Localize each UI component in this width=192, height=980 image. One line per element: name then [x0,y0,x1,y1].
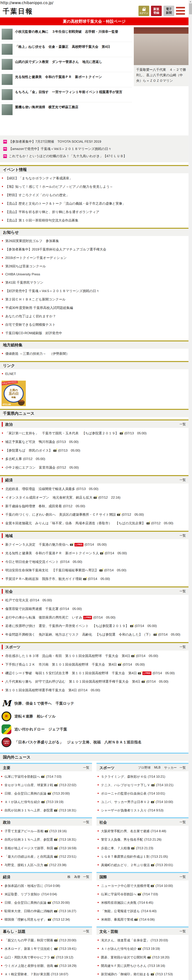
news-item[interactable]: ＡＩが詠んだ俳句を紹介(7/13 19:19) [96,945,189,953]
news-item[interactable]: 水木ロード、新装１年で活況続く(7/13 19:41) [0,945,92,953]
list-item[interactable]: 第41回 千葉県民マラソン [0,278,189,287]
top-news-item[interactable]: 「格上」ねじ伏せる 佐倉・斎藤正 高校野球千葉大会 第4日 [0,42,132,57]
more-link[interactable]: 一覧 [179,478,186,482]
news-item[interactable]: 首相が地上イージスで謝罪、秋田(7/13 16:59) [0,844,92,853]
top-news-item[interactable]: 山武の浜でダンス教室 ダンサー菅原さん 地元に恩返し [0,57,132,72]
news-item[interactable]: ＬＧＢＴ暴露禁止指針作成は１割(7/13 21:05) [96,853,189,861]
scrollbar[interactable] [189,0,192,980]
top-news-item[interactable]: もちろん「金」目指す 一宮サーフィン１年前イベント稲葉選手が宣言 [0,87,132,102]
top-news-item[interactable]: 小枝元監督の教え胸に ３年生信じ初戦突破 志学館・川俣幸一監督 [0,27,132,42]
news-item[interactable]: 日韓、会合翌日に異例の反論(7/13 20:00) [0,899,92,907]
news-item[interactable]: 存在感示した１８３球 流山南・有田 第１０１回全国高校野球 千葉大会 第4日(0… [0,652,189,660]
news-item[interactable]: テニス、ハレプがセリーナ下しＶ(7/14 10:21) [96,781,189,789]
more-link[interactable]: 一覧 [83,875,89,879]
news-item[interactable]: Ｓクライミング、森秋彩が４位(7/14 10:21) [96,772,189,781]
list-item[interactable]: 第26回実業団対抗ゴルフ 参加募集 [0,237,189,245]
list-item[interactable]: 【好評発売中】千葉魂＜Vol.5＞２０１８マリーンズ挑戦の日々 [0,287,189,295]
sports-link-mlb[interactable]: MLB [154,766,161,770]
news-item[interactable]: 「最大の功績は出産」と自民議員(7/12 23:51) [0,853,92,861]
site-logo[interactable]: 千葉日報 [3,7,33,16]
team-news-item[interactable]: M 快勝、借金１で後半へ 千葉ロッテ [0,697,189,710]
sports-link-npb[interactable]: プロ野球 [138,766,151,770]
more-link[interactable]: 一覧 [179,589,186,593]
econ-link-forex[interactable]: 為替 [74,875,80,879]
news-item[interactable]: 囲碁、菫初段が金沢で公開対局(7/13 18:20) [96,953,189,962]
news-item[interactable]: 新クイーン５人決定 千葉港の魅力発信へFREE(07/14 05:00) [0,540,189,549]
news-item[interactable]: 【参院選ちば 県民のボイス】(07/13 05:00) [0,446,189,455]
signup-button[interactable]: 新規 登録 [151,6,162,16]
news-item[interactable]: ＡＩが詠んだ俳句を紹介(7/13 19:19) [0,798,92,806]
list-item[interactable]: 【流山】平和を祈る折り鶴と、折り鶴に糸を通すボランティア [0,208,189,216]
list-item[interactable]: 平成30年度受験用 千葉県高校入試問題総集編 [0,304,189,312]
more-link[interactable]: 一覧 [179,766,186,770]
list-item[interactable]: 価値創造 ～三重の技術力～ （伊勢新聞） [0,350,189,358]
list-item[interactable]: CHIBA University Press [0,270,189,278]
news-item[interactable]: 開高健ＮＦ賞に浜野ちひろさん(7/13 18:16) [96,962,189,970]
news-item[interactable]: 参加承認の国・地域が百に(7/14 0:08) [0,881,92,890]
more-link[interactable]: 一覧 [179,422,186,426]
news-item[interactable]: 磯辺Ｃシード撃破 毎回１５安打試合主導 第１０１回全国高校野球 千葉大会 第4日… [0,669,189,678]
news-item[interactable]: 下手投げ長山１２Ｋ 市川南 第１０１回全国高校野球 千葉大会 第4日(07/14… [0,660,189,669]
ad-47club-banner[interactable]: 土用の 丑の日 特集 今年は7月27日(土) 47CLUB [2,381,26,406]
news-item[interactable]: ＡＩ検定受験者、７割が東京圏(7/13 18:07) [0,970,92,978]
news-item[interactable]: 大阪府警手配の男、名古屋で逮捕(7/14 8:48) [96,827,189,835]
top-news-item[interactable]: 重機も使い海岸清掃 横芝光で畔蒜工務店 [0,102,132,117]
more-link[interactable]: 一覧 [83,766,89,770]
list-item[interactable]: 2019ポートクイーン千葉オーディション [0,254,189,262]
news-item[interactable]: 山口・周防大島で華やかにフラ(7/13 19:12) [0,953,92,962]
news-item[interactable]: 千葉の街づくり、にぎわい創出へ 美浜区の建築事務所・ＣＦサイト開設(07/12 … [0,511,189,519]
news-item[interactable]: 八千代東粘り勝ち 好守で流れ呼び込む 第１０１回全国高校野球選手権千葉大会 第4… [0,678,189,686]
team-news-item[interactable]: CHIBA JETS 「日本バスケ界盛り上がる」 ジェッツ主将、祝福 八村ＮＢＡ… [0,736,189,749]
news-item[interactable]: 歩道に車、７人軽傷(7/13 21:23) [96,844,189,853]
list-item[interactable]: ELNET [0,370,189,378]
news-item[interactable]: 明治安田生命保険千葉南支社 【千葉日報福祉事業団へ寄託】(07/14 05:00… [0,566,189,575]
news-item[interactable]: 「家計第一に支持を」 千葉市で国民・玉木代表 【ちば参院選２０１９】(07/13… [0,429,189,438]
list-item[interactable]: 【参加者募集中】2019千葉県杯社会人アマチュアゴルフ選手権大会 [0,245,189,254]
news-item[interactable]: 全セが３年ぶり白星、球宴第２戦(7/13 22:02) [0,781,92,789]
news-item[interactable]: 駐韓米大使、日韓の仲裁に消極的(7/13 16:27) [0,907,92,915]
news-item[interactable]: 若者に投票呼び掛け 選管、千葉県内一斉啓発イベント 【ちば参院選２０１９】(07… [0,622,189,630]
news-item[interactable]: 自民が比例３１％へ上昇、参院選(7/13 18:31) [0,806,92,815]
news-item[interactable]: 北総鉄道、増収増益 沿線開発で輸送人員最多(07/13 05:00) [0,485,189,493]
epaper-button[interactable]: 電子 新聞 [164,6,174,16]
news-item[interactable]: 「親父たちの甲子園」秋田で開幕(7/13 20:00) [0,936,92,945]
more-link[interactable]: 一覧 [83,820,89,824]
news-item[interactable]: ニューヨーク中心部で大規模停電(7/14 10:00) [96,881,189,890]
news-item[interactable]: 傷害容疑で比国籍男逮捕 千葉北署(07/14 05:00) [0,605,189,613]
news-item[interactable]: ウミガメ上陸と産卵を祈願、徳島(7/13 18:29) [0,962,92,970]
more-link[interactable]: 一覧 [83,929,89,934]
news-item[interactable]: 小中２校にエアコン 富里市議会(07/12 05:00) [0,463,189,472]
news-item[interactable]: 子育て支援アピール―首相(7/13 19:16) [0,827,92,835]
news-item[interactable]: 新宮城跡の「御城印」発行始まる(7/13 17:53) [96,970,189,978]
news-item[interactable]: イオンスタイル成田オープン 地元食材充実、銘店も拡大(07/12 22:16) [0,493,189,502]
news-item[interactable]: 韓国側「理解も同意もせず」(7/13 12:34) [0,915,92,924]
news-item[interactable]: 第１０１回全国高校野球選手権千葉大会 第4日(07/14 05:00) [0,686,189,695]
more-link[interactable]: 一覧 [179,534,186,538]
news-item[interactable]: 多古町人事(07/12 05:00) [0,455,189,463]
top-news-item[interactable]: 光る知性と健康美 令和の千葉港ＰＲ 新ポートクイーン [0,72,132,87]
list-item[interactable]: 自宅で受験できる公開模擬テスト [0,320,189,329]
hamburger-menu-icon[interactable] [176,7,185,15]
news-item[interactable]: 松戸で住宅火災(07/14 05:00) [0,596,189,605]
list-item[interactable]: 第28回ちば音楽コンクール [0,262,189,270]
news-item[interactable]: 警官３人負傷、男を指名手配(7/13 21:26) [96,835,189,844]
news-item[interactable]: 金賞８回老舗蔵元 みりんは「味不変」信条 馬場本店酒造（香取市） 【ちばの元気企… [0,519,189,528]
news-item[interactable]: 米証取委、リブラ規制か(7/14 0:04) [0,890,92,899]
news-item[interactable]: ボローニャの監督が白血病公表(7/14 10:01) [96,789,189,798]
list-item[interactable]: 【野田】すごろクイズ「のりものの歴史」 [0,191,189,199]
news-item[interactable]: 与野党、接戦１人区へ注力(7/12 23:38) [0,861,92,869]
more-link[interactable]: 一覧 [179,820,186,824]
team-news-item[interactable]: R 逆転４連勝 柏レイソル [0,710,189,723]
more-link[interactable]: 一覧 [179,929,186,934]
list-item[interactable]: 【旭】知って！感じて！ホールのピアノ～ピアノの魅力を発見しよう～ [0,183,189,191]
login-button[interactable]: ログイン [138,6,149,16]
team-news-item[interactable]: JEF 追い付かれドロー ジェフ千葉 [0,723,189,736]
list-item[interactable]: 【流山】第１０回一茶双樹俳句交流大会作品募集 [0,216,189,224]
news-item[interactable]: 自民が比例３１％へ上昇、参院選(7/13 18:31) [0,835,92,844]
sports-link-soccer[interactable]: サッカー [164,766,177,770]
news-item[interactable]: 米移民収容施設に火炎瓶(7/14 6:45) [96,899,189,907]
list-item[interactable]: 第２回ＣＨＩＢＡこども新聞コンクール [0,295,189,304]
list-item[interactable]: 【流山】歴史と文化のトーク＆トーク「流山の義賊・金子市之丞の虚像と実像」 [0,199,189,208]
pr-item[interactable]: PR これでもか！というほどの牡蠣の甘み！「九十九島いわがき」【47ＣＬＵＢ】 [3,153,185,160]
special-page-banner[interactable]: 夏の高校野球千葉大会・特設ページ [0,18,189,25]
